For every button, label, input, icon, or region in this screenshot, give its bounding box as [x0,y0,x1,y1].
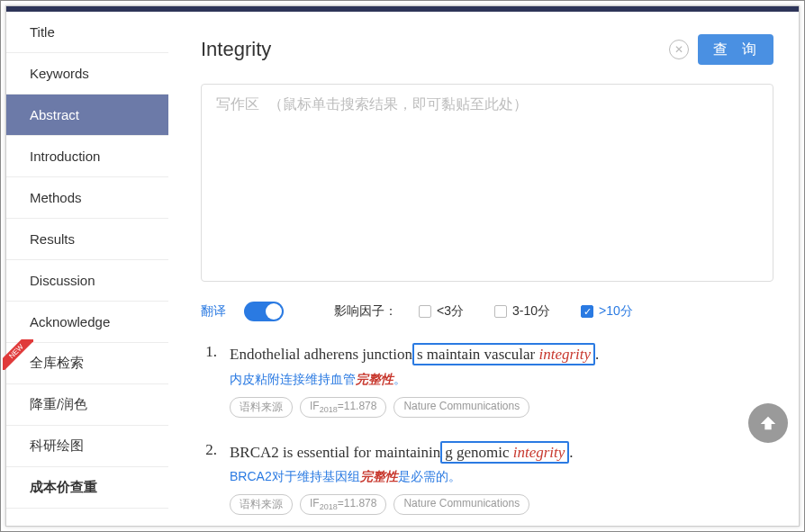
sidebar-item-label: Results [30,231,75,247]
translate-label: 翻译 [201,303,226,320]
sidebar-item-2[interactable]: Abstract [6,95,168,136]
sidebar-item-5[interactable]: Results [6,219,168,260]
scroll-to-top-button[interactable] [748,403,788,443]
result-body: BRCA2 is essential for maintaining genom… [230,441,773,516]
sidebar: TitleKeywordsAbstractIntroductionMethods… [6,12,168,526]
arrow-up-icon [758,413,778,433]
sidebar-item-label: 成本价查重 [30,479,97,496]
checkbox-label: <3分 [437,303,464,320]
sidebar-item-label: 全库检索 [30,355,84,372]
sidebar-item-label: Introduction [30,149,100,164]
main-panel: ✕ 查 询 翻译 影响因子： <3分3-10分✓>10分 1.Endotheli… [168,12,799,526]
sidebar-item-9[interactable]: 降重/润色 [6,384,168,426]
translate-toggle[interactable] [244,302,284,321]
writing-textarea[interactable] [201,84,773,282]
source-tag[interactable]: 语料来源 [230,494,293,515]
source-tag[interactable]: Nature Communications [393,494,529,515]
results-list: 1.Endothelial adherens junctions maintai… [201,343,773,515]
checkbox-label: 3-10分 [512,303,550,320]
source-tag[interactable]: Nature Communications [393,397,529,418]
sidebar-item-7[interactable]: Acknowledge [6,302,168,343]
sidebar-item-label: 降重/润色 [30,396,87,413]
result-item[interactable]: 1.Endothelial adherens junctions maintai… [201,343,773,418]
sidebar-item-0[interactable]: Title [6,12,168,53]
app-inner: TitleKeywordsAbstractIntroductionMethods… [5,5,800,527]
sidebar-item-label: Abstract [30,107,79,122]
checkbox-icon [419,305,431,318]
result-tags: 语料来源IF2018=11.878Nature Communications [230,397,773,418]
query-button[interactable]: 查 询 [698,34,773,65]
result-body: Endothelial adherens junctions maintain … [230,343,773,418]
result-number: 2. [201,441,217,516]
new-badge: NEW [3,339,33,370]
clear-icon[interactable]: ✕ [669,40,689,59]
app-frame: TitleKeywordsAbstractIntroductionMethods… [0,0,805,532]
search-input[interactable] [201,32,660,68]
result-tags: 语料来源IF2018=11.878Nature Communications [230,494,773,515]
result-chinese: 内皮粘附连接维持血管完整性。 [230,372,773,388]
impact-factor-label: 影响因子： [334,303,397,320]
sidebar-item-10[interactable]: 科研绘图 [6,426,168,467]
source-tag[interactable]: IF2018=11.878 [300,494,386,515]
result-number: 1. [201,343,217,418]
sidebar-item-11[interactable]: 成本价查重 [6,467,168,509]
checkbox-icon: ✓ [581,305,593,318]
checkbox-icon [494,305,507,318]
sidebar-item-label: Title [30,24,55,40]
result-chinese: BRCA2对于维持基因组完整性是必需的。 [230,469,773,485]
search-row: ✕ 查 询 [201,32,773,68]
impact-filter-1[interactable]: 3-10分 [494,303,550,320]
source-tag[interactable]: IF2018=11.878 [300,397,386,418]
sidebar-item-label: Acknowledge [30,314,110,329]
sidebar-item-6[interactable]: Discussion [6,260,168,302]
sidebar-item-label: Keywords [30,66,89,81]
sidebar-item-3[interactable]: Introduction [6,136,168,177]
filter-row: 翻译 影响因子： <3分3-10分✓>10分 [201,302,773,321]
checkbox-label: >10分 [599,303,633,320]
impact-filter-0[interactable]: <3分 [419,303,464,320]
sidebar-item-label: Methods [30,190,82,205]
sidebar-item-8[interactable]: NEW全库检索 [6,343,168,384]
sidebar-item-label: 科研绘图 [30,437,84,455]
sidebar-item-label: Discussion [30,273,95,288]
sidebar-item-1[interactable]: Keywords [6,53,168,95]
sidebar-item-4[interactable]: Methods [6,177,168,219]
result-english: Endothelial adherens junctions maintain … [230,343,773,366]
source-tag[interactable]: 语料来源 [230,397,293,418]
result-english: BRCA2 is essential for maintaining genom… [230,441,773,464]
result-item[interactable]: 2.BRCA2 is essential for maintaining gen… [201,441,773,516]
layout-columns: TitleKeywordsAbstractIntroductionMethods… [6,12,799,526]
impact-filter-2[interactable]: ✓>10分 [581,303,633,320]
